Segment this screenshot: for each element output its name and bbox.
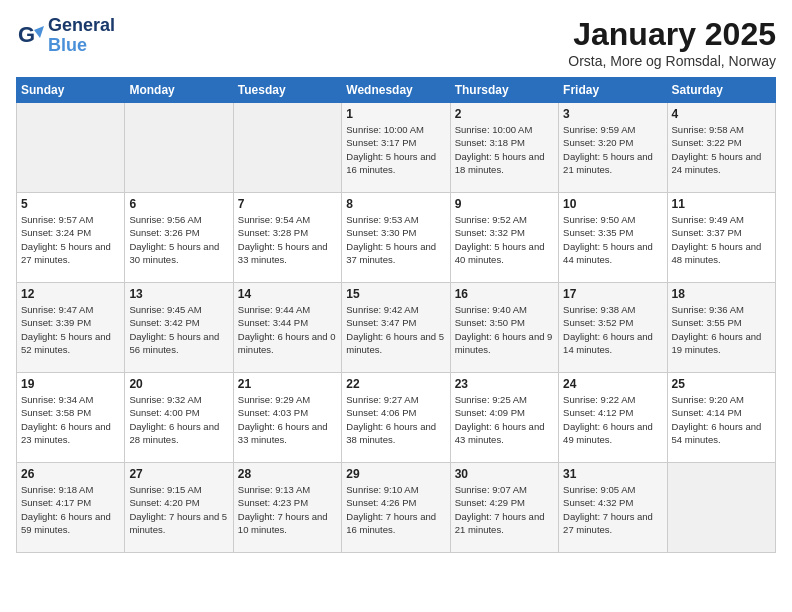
month-title: January 2025: [568, 16, 776, 53]
day-number: 4: [672, 107, 771, 121]
day-info: Sunrise: 9:20 AM Sunset: 4:14 PM Dayligh…: [672, 393, 771, 446]
day-cell: [125, 103, 233, 193]
page-header: G General Blue January 2025 Orsta, More …: [16, 16, 776, 69]
day-cell: [233, 103, 341, 193]
week-row-2: 5Sunrise: 9:57 AM Sunset: 3:24 PM Daylig…: [17, 193, 776, 283]
day-number: 6: [129, 197, 228, 211]
day-info: Sunrise: 10:00 AM Sunset: 3:17 PM Daylig…: [346, 123, 445, 176]
weekday-header-tuesday: Tuesday: [233, 78, 341, 103]
day-cell: 16Sunrise: 9:40 AM Sunset: 3:50 PM Dayli…: [450, 283, 558, 373]
weekday-header-wednesday: Wednesday: [342, 78, 450, 103]
day-cell: 26Sunrise: 9:18 AM Sunset: 4:17 PM Dayli…: [17, 463, 125, 553]
day-cell: 23Sunrise: 9:25 AM Sunset: 4:09 PM Dayli…: [450, 373, 558, 463]
day-number: 11: [672, 197, 771, 211]
day-cell: 13Sunrise: 9:45 AM Sunset: 3:42 PM Dayli…: [125, 283, 233, 373]
week-row-5: 26Sunrise: 9:18 AM Sunset: 4:17 PM Dayli…: [17, 463, 776, 553]
logo-line2: Blue: [48, 36, 115, 56]
day-number: 29: [346, 467, 445, 481]
day-info: Sunrise: 9:34 AM Sunset: 3:58 PM Dayligh…: [21, 393, 120, 446]
day-number: 5: [21, 197, 120, 211]
day-cell: 11Sunrise: 9:49 AM Sunset: 3:37 PM Dayli…: [667, 193, 775, 283]
day-number: 26: [21, 467, 120, 481]
day-cell: 2Sunrise: 10:00 AM Sunset: 3:18 PM Dayli…: [450, 103, 558, 193]
day-info: Sunrise: 9:05 AM Sunset: 4:32 PM Dayligh…: [563, 483, 662, 536]
day-number: 17: [563, 287, 662, 301]
day-cell: 4Sunrise: 9:58 AM Sunset: 3:22 PM Daylig…: [667, 103, 775, 193]
day-cell: 8Sunrise: 9:53 AM Sunset: 3:30 PM Daylig…: [342, 193, 450, 283]
title-area: January 2025 Orsta, More og Romsdal, Nor…: [568, 16, 776, 69]
day-number: 23: [455, 377, 554, 391]
day-cell: 28Sunrise: 9:13 AM Sunset: 4:23 PM Dayli…: [233, 463, 341, 553]
day-number: 22: [346, 377, 445, 391]
day-cell: 18Sunrise: 9:36 AM Sunset: 3:55 PM Dayli…: [667, 283, 775, 373]
day-info: Sunrise: 9:27 AM Sunset: 4:06 PM Dayligh…: [346, 393, 445, 446]
weekday-header-sunday: Sunday: [17, 78, 125, 103]
day-info: Sunrise: 9:07 AM Sunset: 4:29 PM Dayligh…: [455, 483, 554, 536]
day-number: 1: [346, 107, 445, 121]
day-number: 2: [455, 107, 554, 121]
day-info: Sunrise: 9:52 AM Sunset: 3:32 PM Dayligh…: [455, 213, 554, 266]
day-cell: [17, 103, 125, 193]
day-cell: 9Sunrise: 9:52 AM Sunset: 3:32 PM Daylig…: [450, 193, 558, 283]
day-number: 18: [672, 287, 771, 301]
day-cell: 19Sunrise: 9:34 AM Sunset: 3:58 PM Dayli…: [17, 373, 125, 463]
day-cell: 24Sunrise: 9:22 AM Sunset: 4:12 PM Dayli…: [559, 373, 667, 463]
day-number: 31: [563, 467, 662, 481]
day-number: 20: [129, 377, 228, 391]
day-cell: 29Sunrise: 9:10 AM Sunset: 4:26 PM Dayli…: [342, 463, 450, 553]
svg-text:G: G: [18, 22, 35, 47]
day-cell: 31Sunrise: 9:05 AM Sunset: 4:32 PM Dayli…: [559, 463, 667, 553]
day-number: 21: [238, 377, 337, 391]
day-number: 13: [129, 287, 228, 301]
day-cell: 27Sunrise: 9:15 AM Sunset: 4:20 PM Dayli…: [125, 463, 233, 553]
day-info: Sunrise: 9:22 AM Sunset: 4:12 PM Dayligh…: [563, 393, 662, 446]
week-row-3: 12Sunrise: 9:47 AM Sunset: 3:39 PM Dayli…: [17, 283, 776, 373]
day-number: 30: [455, 467, 554, 481]
day-info: Sunrise: 9:42 AM Sunset: 3:47 PM Dayligh…: [346, 303, 445, 356]
day-info: Sunrise: 9:18 AM Sunset: 4:17 PM Dayligh…: [21, 483, 120, 536]
day-cell: 7Sunrise: 9:54 AM Sunset: 3:28 PM Daylig…: [233, 193, 341, 283]
day-number: 16: [455, 287, 554, 301]
day-info: Sunrise: 9:49 AM Sunset: 3:37 PM Dayligh…: [672, 213, 771, 266]
day-number: 7: [238, 197, 337, 211]
day-info: Sunrise: 9:10 AM Sunset: 4:26 PM Dayligh…: [346, 483, 445, 536]
day-info: Sunrise: 9:58 AM Sunset: 3:22 PM Dayligh…: [672, 123, 771, 176]
day-number: 27: [129, 467, 228, 481]
day-cell: 20Sunrise: 9:32 AM Sunset: 4:00 PM Dayli…: [125, 373, 233, 463]
day-cell: 22Sunrise: 9:27 AM Sunset: 4:06 PM Dayli…: [342, 373, 450, 463]
day-number: 28: [238, 467, 337, 481]
weekday-header-row: SundayMondayTuesdayWednesdayThursdayFrid…: [17, 78, 776, 103]
day-cell: 10Sunrise: 9:50 AM Sunset: 3:35 PM Dayli…: [559, 193, 667, 283]
day-number: 15: [346, 287, 445, 301]
day-info: Sunrise: 9:57 AM Sunset: 3:24 PM Dayligh…: [21, 213, 120, 266]
day-cell: 30Sunrise: 9:07 AM Sunset: 4:29 PM Dayli…: [450, 463, 558, 553]
day-info: Sunrise: 9:38 AM Sunset: 3:52 PM Dayligh…: [563, 303, 662, 356]
day-info: Sunrise: 9:45 AM Sunset: 3:42 PM Dayligh…: [129, 303, 228, 356]
day-info: Sunrise: 9:54 AM Sunset: 3:28 PM Dayligh…: [238, 213, 337, 266]
weekday-header-thursday: Thursday: [450, 78, 558, 103]
svg-marker-1: [34, 26, 44, 38]
week-row-4: 19Sunrise: 9:34 AM Sunset: 3:58 PM Dayli…: [17, 373, 776, 463]
weekday-header-monday: Monday: [125, 78, 233, 103]
day-number: 19: [21, 377, 120, 391]
day-info: Sunrise: 9:29 AM Sunset: 4:03 PM Dayligh…: [238, 393, 337, 446]
logo: G General Blue: [16, 16, 115, 56]
logo-line1: General: [48, 16, 115, 36]
weekday-header-friday: Friday: [559, 78, 667, 103]
day-info: Sunrise: 9:50 AM Sunset: 3:35 PM Dayligh…: [563, 213, 662, 266]
day-info: Sunrise: 9:25 AM Sunset: 4:09 PM Dayligh…: [455, 393, 554, 446]
day-info: Sunrise: 9:53 AM Sunset: 3:30 PM Dayligh…: [346, 213, 445, 266]
logo-text: General Blue: [48, 16, 115, 56]
day-info: Sunrise: 9:15 AM Sunset: 4:20 PM Dayligh…: [129, 483, 228, 536]
day-info: Sunrise: 9:44 AM Sunset: 3:44 PM Dayligh…: [238, 303, 337, 356]
day-cell: 14Sunrise: 9:44 AM Sunset: 3:44 PM Dayli…: [233, 283, 341, 373]
day-cell: [667, 463, 775, 553]
day-number: 3: [563, 107, 662, 121]
day-info: Sunrise: 10:00 AM Sunset: 3:18 PM Daylig…: [455, 123, 554, 176]
day-number: 10: [563, 197, 662, 211]
day-info: Sunrise: 9:32 AM Sunset: 4:00 PM Dayligh…: [129, 393, 228, 446]
day-info: Sunrise: 9:40 AM Sunset: 3:50 PM Dayligh…: [455, 303, 554, 356]
day-info: Sunrise: 9:59 AM Sunset: 3:20 PM Dayligh…: [563, 123, 662, 176]
day-number: 9: [455, 197, 554, 211]
week-row-1: 1Sunrise: 10:00 AM Sunset: 3:17 PM Dayli…: [17, 103, 776, 193]
